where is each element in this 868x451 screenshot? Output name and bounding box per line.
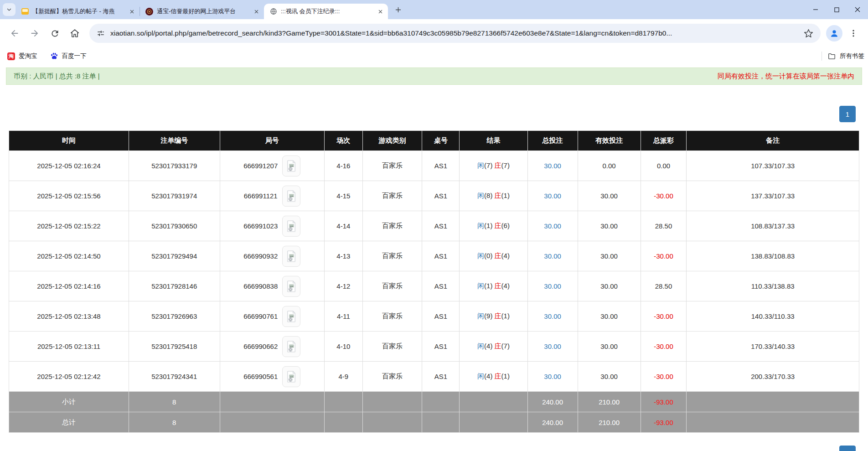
cell-valid-bet: 30.00 xyxy=(578,271,641,301)
summary-payout: -93.00 xyxy=(641,412,687,433)
pagination-bottom-page-1[interactable]: 1 xyxy=(839,446,856,451)
cell-table-no: AS1 xyxy=(422,362,460,392)
browser-tab-2[interactable]: 通宝-信誉最好的网上游戏平台 xyxy=(140,4,264,19)
video-replay-icon xyxy=(286,280,296,292)
video-replay-button[interactable] xyxy=(282,306,300,327)
table-row: 2025-12-05 02:14:16523017928146666990838… xyxy=(9,271,859,301)
browser-tab-1[interactable]: 【新提醒】杨雪儿的帖子 - 海燕 xyxy=(16,4,140,19)
table-row: 2025-12-05 02:14:50523017929494666990932… xyxy=(9,241,859,271)
back-icon xyxy=(10,28,20,38)
summary-label: 总计 xyxy=(9,412,129,433)
cell-bet-id: 523017925418 xyxy=(129,332,220,362)
close-tab-icon[interactable] xyxy=(376,7,384,16)
url-text[interactable]: xiaotian.so/ipl/portal.php/game/betrecor… xyxy=(110,29,798,37)
reload-button[interactable] xyxy=(46,24,64,42)
cell-total-bet[interactable]: 30.00 xyxy=(527,181,578,211)
maximize-button[interactable] xyxy=(826,0,847,19)
cell-total-bet[interactable]: 30.00 xyxy=(527,211,578,241)
result-banker-label: 庄 xyxy=(495,222,501,229)
summary-empty-cell xyxy=(460,392,527,412)
cell-total-bet[interactable]: 30.00 xyxy=(527,362,578,392)
new-tab-button[interactable] xyxy=(392,3,404,16)
close-tab-icon[interactable] xyxy=(128,7,136,16)
cell-result: 闲(7) 庄(7) xyxy=(460,151,527,181)
round-id-text: 666990561 xyxy=(243,373,278,380)
video-replay-button[interactable] xyxy=(282,246,300,267)
cell-valid-bet: 30.00 xyxy=(578,211,641,241)
column-header: 结果 xyxy=(460,131,527,151)
cell-payout: 28.50 xyxy=(641,211,687,241)
result-player-score: (8) xyxy=(484,192,495,199)
summary-empty-cell xyxy=(460,412,527,433)
column-header: 时间 xyxy=(9,131,129,151)
bookmark-aitaobao[interactable]: 淘 爱淘宝 xyxy=(7,52,37,60)
video-replay-button[interactable] xyxy=(282,186,300,207)
star-icon[interactable] xyxy=(804,29,813,38)
summary-empty-cell xyxy=(422,392,460,412)
site-info-tune-icon[interactable] xyxy=(97,29,105,37)
video-replay-button[interactable] xyxy=(282,336,300,357)
result-player-label: 闲 xyxy=(477,252,484,259)
all-bookmarks-button[interactable]: 所有书签 xyxy=(827,52,864,61)
video-replay-button[interactable] xyxy=(282,276,300,297)
browser-tab-active[interactable]: :::视讯 会员下注纪录::: xyxy=(264,4,388,19)
cell-game-type: 百家乐 xyxy=(362,151,422,181)
chevron-down-icon xyxy=(6,7,12,12)
tab-strip: 【新提醒】杨雪儿的帖子 - 海燕 通宝-信誉最好的网上游戏平台 :::视讯 会员… xyxy=(0,0,868,19)
home-button[interactable] xyxy=(66,24,84,42)
result-banker-score: (6) xyxy=(501,222,510,229)
cell-remark: 107.33/107.33 xyxy=(687,151,859,181)
avatar[interactable] xyxy=(826,25,842,41)
cell-remark: 110.33/138.83 xyxy=(687,271,859,301)
table-row: 2025-12-05 02:16:24523017933179666991207… xyxy=(9,151,859,181)
close-tab-icon[interactable] xyxy=(252,7,260,16)
cell-bet-id: 523017930650 xyxy=(129,211,220,241)
video-replay-button[interactable] xyxy=(282,216,300,237)
cell-total-bet[interactable]: 30.00 xyxy=(527,151,578,181)
back-button[interactable] xyxy=(5,24,24,42)
result-banker-label: 庄 xyxy=(495,312,501,320)
result-banker-score: (4) xyxy=(501,252,510,259)
video-replay-icon xyxy=(286,341,296,353)
cell-total-bet[interactable]: 30.00 xyxy=(527,301,578,332)
cell-total-bet[interactable]: 30.00 xyxy=(527,271,578,301)
video-replay-button[interactable] xyxy=(282,156,300,176)
video-replay-icon xyxy=(286,311,296,322)
result-player-label: 闲 xyxy=(477,372,484,380)
summary-empty-cell xyxy=(220,392,324,412)
video-replay-button[interactable] xyxy=(282,366,300,387)
cell-session: 4-14 xyxy=(324,211,362,241)
url-bar[interactable]: xiaotian.so/ipl/portal.php/game/betrecor… xyxy=(89,24,821,43)
minimize-icon xyxy=(813,7,818,12)
minimize-button[interactable] xyxy=(805,0,826,19)
cell-total-bet[interactable]: 30.00 xyxy=(527,332,578,362)
browser-menu-button[interactable] xyxy=(844,24,863,42)
globe-favicon-icon xyxy=(269,8,277,16)
cell-round-id: 666991207 xyxy=(220,151,324,181)
cell-bet-id: 523017928146 xyxy=(129,271,220,301)
summary-label: 小计 xyxy=(9,392,129,412)
summary-total-bet: 240.00 xyxy=(527,392,578,412)
result-player-label: 闲 xyxy=(477,312,484,320)
result-banker-label: 庄 xyxy=(495,282,501,290)
round-id-text: 666990932 xyxy=(243,252,278,260)
reload-icon xyxy=(50,29,60,38)
column-header: 备注 xyxy=(687,131,859,151)
tab-title: :::视讯 会员下注纪录::: xyxy=(281,7,372,16)
window-close-icon xyxy=(855,7,860,12)
cell-total-bet[interactable]: 30.00 xyxy=(527,241,578,271)
baidu-paw-icon xyxy=(50,52,58,60)
tab-search-button[interactable] xyxy=(3,3,16,16)
bookmark-baidu[interactable]: 百度一下 xyxy=(50,52,87,60)
bet-table: 时间注单编号局号场次游戏类别桌号结果总投注有效投注总派彩备注 2025-12-0… xyxy=(9,130,859,433)
pagination-page-1[interactable]: 1 xyxy=(839,106,856,122)
new-tab-plus-icon xyxy=(395,6,402,13)
cell-table-no: AS1 xyxy=(422,151,460,181)
cell-bet-id: 523017926963 xyxy=(129,301,220,332)
table-row: 2025-12-05 02:15:56523017931974666991121… xyxy=(9,181,859,211)
forward-button[interactable] xyxy=(26,24,44,42)
cell-valid-bet: 30.00 xyxy=(578,181,641,211)
cell-result: 闲(4) 庄(1) xyxy=(460,362,527,392)
table-row: 2025-12-05 02:15:22523017930650666991023… xyxy=(9,211,859,241)
window-close-button[interactable] xyxy=(847,0,868,19)
